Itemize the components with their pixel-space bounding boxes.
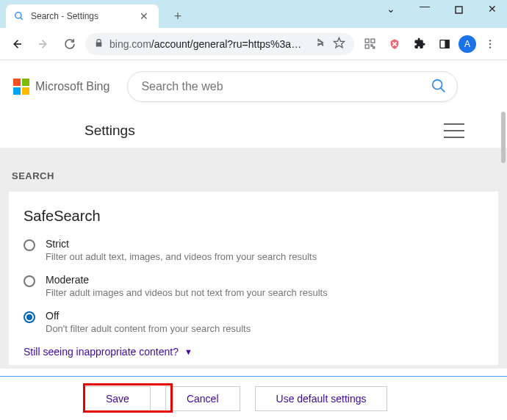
back-button[interactable] bbox=[6, 33, 28, 55]
svg-line-1 bbox=[21, 18, 23, 20]
extension-qr-icon[interactable] bbox=[359, 33, 381, 55]
card-title: SafeSearch bbox=[24, 208, 483, 225]
close-icon[interactable]: ✕ bbox=[137, 10, 151, 22]
share-icon[interactable] bbox=[315, 37, 327, 51]
forward-button[interactable] bbox=[32, 33, 54, 55]
svg-point-0 bbox=[15, 12, 21, 18]
safesearch-card: SafeSearch Strict Filter out adult text,… bbox=[9, 192, 498, 365]
bing-logo-text: Microsoft Bing bbox=[35, 80, 109, 93]
chevron-down-icon: ▼ bbox=[184, 347, 193, 356]
footer-bar: Save Cancel Use default settings bbox=[0, 376, 507, 420]
page-title: Settings bbox=[84, 123, 135, 139]
extensions-icon[interactable] bbox=[409, 33, 431, 55]
radio-label: Strict bbox=[46, 238, 317, 250]
radio-icon bbox=[24, 311, 35, 323]
svg-rect-2 bbox=[456, 7, 462, 13]
svg-rect-7 bbox=[370, 39, 374, 43]
svg-rect-10 bbox=[373, 47, 374, 48]
browser-tab[interactable]: Search - Settings ✕ bbox=[6, 4, 159, 28]
minimize-button[interactable]: — bbox=[414, 0, 435, 12]
radio-description: Don't filter adult content from your sea… bbox=[46, 323, 251, 334]
window-titlebar: Search - Settings ✕ + ⌄ — ✕ bbox=[0, 0, 507, 28]
bing-header: Microsoft Bing bbox=[0, 60, 507, 113]
star-icon[interactable] bbox=[333, 37, 345, 51]
save-button[interactable]: Save bbox=[84, 386, 151, 411]
scrollbar-thumb[interactable] bbox=[501, 112, 506, 163]
radio-moderate[interactable]: Moderate Filter adult images and videos … bbox=[24, 274, 483, 298]
new-tab-button[interactable]: + bbox=[168, 6, 188, 26]
cancel-button[interactable]: Cancel bbox=[165, 386, 240, 411]
tab-title: Search - Settings bbox=[31, 11, 131, 21]
search-input[interactable] bbox=[141, 80, 431, 93]
search-icon bbox=[13, 10, 25, 22]
svg-rect-13 bbox=[445, 40, 449, 48]
url-text: bing.com/account/general?ru=https%3a%2f… bbox=[109, 38, 309, 50]
address-bar[interactable]: bing.com/account/general?ru=https%3a%2f… bbox=[85, 33, 354, 55]
hamburger-menu-icon[interactable] bbox=[444, 123, 464, 138]
inappropriate-content-link[interactable]: Still seeing inappropriate content? ▼ bbox=[24, 346, 483, 358]
bing-logo[interactable]: Microsoft Bing bbox=[13, 79, 109, 95]
use-default-settings-button[interactable]: Use default settings bbox=[255, 386, 388, 411]
radio-off[interactable]: Off Don't filter adult content from your… bbox=[24, 310, 483, 334]
kebab-menu-icon[interactable] bbox=[479, 33, 501, 55]
lock-icon bbox=[94, 38, 104, 50]
avatar[interactable]: A bbox=[459, 35, 476, 53]
section-label: SEARCH bbox=[12, 170, 498, 181]
radio-strict[interactable]: Strict Filter out adult text, images, an… bbox=[24, 238, 483, 262]
svg-point-14 bbox=[489, 40, 491, 41]
sidepanel-icon[interactable] bbox=[434, 33, 456, 55]
svg-point-16 bbox=[489, 46, 491, 48]
radio-description: Filter adult images and videos but not t… bbox=[46, 287, 328, 298]
svg-line-18 bbox=[441, 87, 445, 91]
search-icon[interactable] bbox=[431, 78, 447, 96]
svg-rect-8 bbox=[365, 45, 369, 48]
radio-label: Moderate bbox=[46, 274, 328, 286]
radio-label: Off bbox=[46, 310, 251, 322]
bing-search-box[interactable] bbox=[127, 71, 458, 102]
radio-icon bbox=[24, 239, 35, 251]
microsoft-logo-icon bbox=[13, 79, 29, 95]
settings-body: SEARCH SafeSearch Strict Filter out adul… bbox=[0, 148, 507, 369]
page-viewport: Microsoft Bing Settings SEARCH SafeSearc… bbox=[0, 60, 507, 420]
svg-rect-9 bbox=[370, 45, 372, 46]
radio-description: Filter out adult text, images, and video… bbox=[46, 251, 317, 262]
svg-point-15 bbox=[489, 43, 491, 44]
window-controls: ⌄ — ✕ bbox=[381, 3, 503, 15]
reload-button[interactable] bbox=[59, 33, 81, 55]
maximize-button[interactable] bbox=[448, 3, 469, 15]
extension-blocker-icon[interactable] bbox=[384, 33, 406, 55]
svg-point-17 bbox=[433, 79, 442, 89]
browser-toolbar: bing.com/account/general?ru=https%3a%2f…… bbox=[0, 28, 507, 60]
svg-marker-5 bbox=[334, 37, 344, 47]
settings-header: Settings bbox=[0, 113, 507, 148]
chevron-down-icon[interactable]: ⌄ bbox=[381, 3, 401, 15]
radio-icon bbox=[24, 275, 35, 287]
close-window-button[interactable]: ✕ bbox=[482, 3, 503, 15]
svg-rect-6 bbox=[365, 39, 369, 43]
